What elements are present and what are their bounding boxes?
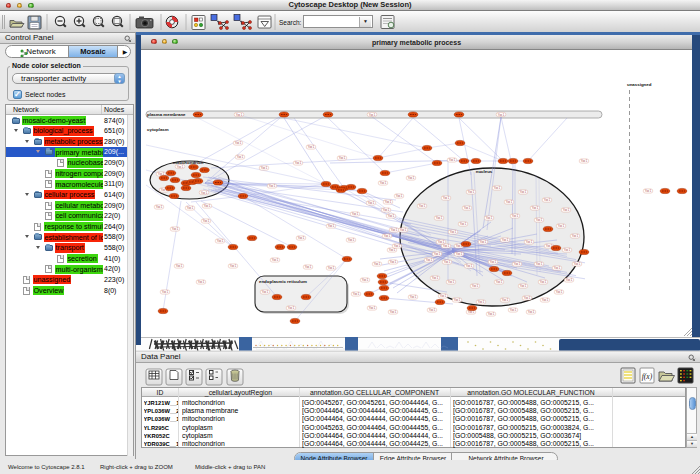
svg-text:Yxx 1: Yxx 1 <box>498 113 505 117</box>
svg-text:plasma membrane: plasma membrane <box>147 112 186 117</box>
svg-text:Yxx 1: Yxx 1 <box>436 216 443 220</box>
svg-text:Yxx 1: Yxx 1 <box>443 196 450 200</box>
svg-text:Yxx 1: Yxx 1 <box>566 278 573 282</box>
svg-text:Yxx 1: Yxx 1 <box>261 166 268 170</box>
svg-text:Yxx 1: Yxx 1 <box>450 230 457 234</box>
svg-text:Yxx 1: Yxx 1 <box>187 206 194 210</box>
svg-text:Yxx 1: Yxx 1 <box>514 262 521 266</box>
svg-text:Yxx 1: Yxx 1 <box>384 234 391 238</box>
svg-text:Yxx 1: Yxx 1 <box>440 294 447 298</box>
svg-text:Yxx 1: Yxx 1 <box>542 298 549 302</box>
svg-text:Yxx 1: Yxx 1 <box>572 234 579 238</box>
svg-text:Yxx 1: Yxx 1 <box>156 205 163 209</box>
svg-text:Yxx 1: Yxx 1 <box>374 262 381 266</box>
svg-text:Yxx 1: Yxx 1 <box>526 240 533 244</box>
svg-text:Yxx 1: Yxx 1 <box>512 214 519 218</box>
svg-text:Yxx 1: Yxx 1 <box>468 190 475 194</box>
svg-text:Yxx 1: Yxx 1 <box>272 258 279 262</box>
svg-text:Yxx 1: Yxx 1 <box>502 238 509 242</box>
svg-text:Yxx 1: Yxx 1 <box>230 264 237 268</box>
svg-text:Yxx 1: Yxx 1 <box>369 306 376 310</box>
svg-text:Yxx 1: Yxx 1 <box>217 239 224 243</box>
svg-text:Yxx 1: Yxx 1 <box>203 219 210 223</box>
svg-text:Yxx 1: Yxx 1 <box>438 240 445 244</box>
svg-text:Yxx 1: Yxx 1 <box>328 224 335 228</box>
svg-text:Yxx 1: Yxx 1 <box>426 258 433 262</box>
svg-text:Yxx 1: Yxx 1 <box>389 248 396 252</box>
svg-text:Yxx 1: Yxx 1 <box>536 218 543 222</box>
svg-text:Yxx 1: Yxx 1 <box>390 260 397 264</box>
svg-text:Yxx 1: Yxx 1 <box>262 290 269 294</box>
svg-text:Yxx 1: Yxx 1 <box>369 113 376 117</box>
svg-text:Yxx 1: Yxx 1 <box>419 204 426 208</box>
svg-text:Yxx 1: Yxx 1 <box>348 238 355 242</box>
svg-text:Yxx 1: Yxx 1 <box>520 190 527 194</box>
svg-text:Yxx 1: Yxx 1 <box>162 290 169 294</box>
svg-text:Yxx 1: Yxx 1 <box>480 240 487 244</box>
svg-text:Yxx 1: Yxx 1 <box>385 200 392 204</box>
svg-text:Yxx 1: Yxx 1 <box>510 308 517 312</box>
svg-text:Yxx 1: Yxx 1 <box>434 252 441 256</box>
svg-text:Yxx 1: Yxx 1 <box>486 216 493 220</box>
svg-text:f(x): f(x) <box>642 372 653 381</box>
svg-text:Yxx 1: Yxx 1 <box>506 200 513 204</box>
svg-text:Yxx 1: Yxx 1 <box>383 208 390 212</box>
svg-text:mitochondrion: mitochondrion <box>173 160 204 165</box>
svg-text:Yxx 1: Yxx 1 <box>396 194 403 198</box>
svg-text:Yxx 1: Yxx 1 <box>368 201 375 205</box>
svg-text:Yxx 1: Yxx 1 <box>532 206 539 210</box>
svg-text:Yxx 1: Yxx 1 <box>236 113 243 117</box>
svg-text:Yxx 1: Yxx 1 <box>536 262 543 266</box>
svg-text:Yxx 1: Yxx 1 <box>558 224 565 228</box>
svg-text:Yxx 1: Yxx 1 <box>520 284 527 288</box>
svg-text:Yxx 1: Yxx 1 <box>460 222 467 226</box>
svg-text:Yxx 1: Yxx 1 <box>388 214 395 218</box>
svg-text:Yxx 1: Yxx 1 <box>464 206 471 210</box>
svg-text:Yxx 1: Yxx 1 <box>305 265 312 269</box>
svg-text:Yxx 1: Yxx 1 <box>544 198 551 202</box>
svg-text:Yxx 1: Yxx 1 <box>288 306 295 310</box>
svg-text:Yxx 1: Yxx 1 <box>172 227 179 231</box>
svg-text:Yxx 1: Yxx 1 <box>488 312 495 316</box>
svg-text:Yxx 1: Yxx 1 <box>564 248 571 252</box>
svg-text:Yxx 1: Yxx 1 <box>448 280 455 284</box>
svg-text:Yxx 1: Yxx 1 <box>466 264 473 268</box>
svg-text:Yxx 1: Yxx 1 <box>443 244 450 248</box>
svg-text:Yxx 1: Yxx 1 <box>432 276 439 280</box>
svg-text:Yxx 1: Yxx 1 <box>394 244 401 248</box>
svg-text:Yxx 1: Yxx 1 <box>201 191 208 195</box>
svg-text:Yxx 1: Yxx 1 <box>235 141 242 145</box>
svg-text:cytoplasm: cytoplasm <box>147 127 169 132</box>
svg-text:Yxx 1: Yxx 1 <box>524 296 531 300</box>
svg-text:Yxx 1: Yxx 1 <box>410 295 417 299</box>
svg-text:Yxx 1: Yxx 1 <box>308 145 315 149</box>
svg-text:Yxx 1: Yxx 1 <box>198 280 205 284</box>
svg-text:Yxx 1: Yxx 1 <box>328 266 335 270</box>
svg-text:Yxx 1: Yxx 1 <box>556 290 563 294</box>
svg-text:Yxx 1: Yxx 1 <box>390 310 397 314</box>
svg-text:Yxx 1: Yxx 1 <box>298 236 305 240</box>
svg-text:Yxx 1: Yxx 1 <box>177 165 184 169</box>
svg-text:Yxx 1: Yxx 1 <box>494 186 501 190</box>
svg-text:Yxx 1: Yxx 1 <box>478 300 485 304</box>
svg-text:Yxx 1: Yxx 1 <box>400 228 407 232</box>
svg-text:Yxx 1: Yxx 1 <box>574 262 581 266</box>
svg-text:endoplasmic reticulum: endoplasmic reticulum <box>259 279 307 284</box>
svg-text:Yxx 1: Yxx 1 <box>444 260 451 264</box>
svg-text:Yxx 1: Yxx 1 <box>490 260 497 264</box>
svg-text:Yxx 1: Yxx 1 <box>540 280 547 284</box>
svg-text:Yxx 1: Yxx 1 <box>237 155 244 159</box>
svg-text:Yxx 1: Yxx 1 <box>204 204 211 208</box>
svg-text:Yxx 1: Yxx 1 <box>339 156 346 160</box>
svg-text:Yxx 1: Yxx 1 <box>362 278 369 282</box>
svg-text:Yxx 1: Yxx 1 <box>581 159 588 163</box>
svg-text:Yxx 1: Yxx 1 <box>472 284 479 288</box>
svg-text:Yxx 1: Yxx 1 <box>408 176 415 180</box>
svg-text:Yxx 1: Yxx 1 <box>502 298 509 302</box>
svg-text:Yxx 1: Yxx 1 <box>563 208 570 212</box>
svg-text:Yxx 1: Yxx 1 <box>449 158 456 162</box>
svg-text:Yxx 1: Yxx 1 <box>528 310 535 314</box>
svg-text:unassigned: unassigned <box>627 82 652 87</box>
svg-text:Yxx 1: Yxx 1 <box>352 212 359 216</box>
svg-text:Yxx 1: Yxx 1 <box>554 266 561 270</box>
